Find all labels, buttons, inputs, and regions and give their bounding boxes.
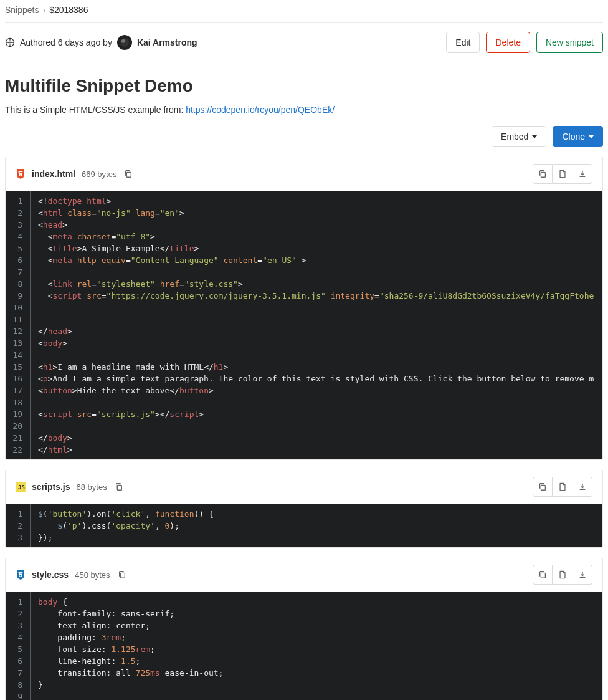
author-name[interactable]: Kai Armstrong bbox=[137, 37, 197, 47]
line-number[interactable]: 12 bbox=[9, 325, 24, 337]
line-number[interactable]: 2 bbox=[9, 608, 24, 620]
code-area[interactable]: 123456789body { font-family: sans-serif;… bbox=[6, 592, 602, 700]
file-header: index.html669 bytes bbox=[6, 156, 602, 191]
line-number[interactable]: 9 bbox=[9, 290, 24, 302]
line-number[interactable]: 14 bbox=[9, 349, 24, 361]
breadcrumb-root[interactable]: Snippets bbox=[5, 5, 39, 15]
new-snippet-button[interactable]: New snippet bbox=[536, 32, 603, 53]
line-number[interactable]: 22 bbox=[9, 444, 24, 456]
copy-contents-button[interactable] bbox=[533, 565, 553, 585]
file-header-left: index.html669 bytes bbox=[16, 168, 134, 180]
line-number[interactable]: 3 bbox=[9, 620, 24, 631]
line-number[interactable]: 1 bbox=[9, 596, 24, 608]
code-line: <!doctype html> bbox=[38, 195, 594, 207]
line-number[interactable]: 16 bbox=[9, 373, 24, 385]
snippet-description: This is a Simple HTML/CSS/JS example fro… bbox=[5, 105, 603, 115]
line-number[interactable]: 19 bbox=[9, 408, 24, 420]
line-number[interactable]: 3 bbox=[9, 219, 24, 231]
code-lines: $('button').on('click', function() { $('… bbox=[31, 504, 221, 547]
authored-info: Authored 6 days ago by Kai Armstrong bbox=[5, 35, 197, 50]
line-number[interactable]: 2 bbox=[9, 520, 24, 532]
line-number[interactable]: 5 bbox=[9, 242, 24, 254]
code-area[interactable]: 12345678910111213141516171819202122<!doc… bbox=[6, 191, 602, 459]
line-gutter: 123 bbox=[6, 504, 31, 547]
code-line: <head> bbox=[38, 219, 594, 231]
download-button[interactable] bbox=[572, 477, 592, 497]
line-number[interactable]: 8 bbox=[9, 679, 24, 691]
copy-contents-button[interactable] bbox=[533, 164, 553, 184]
file-list: index.html669 bytes123456789101112131415… bbox=[5, 156, 603, 700]
line-number[interactable]: 4 bbox=[9, 631, 24, 643]
file-name[interactable]: scripts.js bbox=[32, 482, 70, 492]
line-number[interactable]: 2 bbox=[9, 207, 24, 219]
code-line: } bbox=[38, 679, 223, 691]
line-number[interactable]: 17 bbox=[9, 385, 24, 396]
css-file-icon bbox=[16, 570, 26, 580]
line-number[interactable]: 20 bbox=[9, 420, 24, 432]
line-number[interactable]: 11 bbox=[9, 314, 24, 325]
line-number[interactable]: 13 bbox=[9, 337, 24, 349]
line-number[interactable]: 8 bbox=[9, 278, 24, 290]
file-bytes: 669 bytes bbox=[82, 170, 116, 179]
open-raw-button[interactable] bbox=[553, 565, 572, 585]
svg-rect-7 bbox=[120, 573, 125, 578]
line-number[interactable]: 15 bbox=[9, 361, 24, 373]
file-block: style.css450 bytes123456789body { font-f… bbox=[5, 557, 603, 700]
svg-rect-1 bbox=[127, 172, 131, 177]
code-line: line-height: 1.5; bbox=[38, 655, 223, 667]
code-line: <meta charset="utf-8"> bbox=[38, 231, 594, 242]
code-line: transition: all 725ms ease-in-out; bbox=[38, 667, 223, 679]
code-line: </head> bbox=[38, 325, 594, 337]
line-number[interactable]: 7 bbox=[9, 667, 24, 679]
copy-path-button[interactable] bbox=[116, 569, 128, 580]
download-button[interactable] bbox=[572, 164, 592, 184]
file-name[interactable]: index.html bbox=[32, 169, 75, 179]
edit-button[interactable]: Edit bbox=[446, 32, 480, 53]
line-number[interactable]: 3 bbox=[9, 532, 24, 544]
code-line bbox=[38, 691, 223, 700]
line-number[interactable]: 10 bbox=[9, 302, 24, 314]
file-name[interactable]: style.css bbox=[32, 570, 69, 580]
download-button[interactable] bbox=[572, 565, 592, 585]
line-number[interactable]: 18 bbox=[9, 396, 24, 408]
js-file-icon: JS bbox=[16, 482, 26, 492]
breadcrumb-separator: › bbox=[42, 5, 45, 15]
clone-toolbar: Embed Clone bbox=[5, 126, 603, 147]
line-number[interactable]: 9 bbox=[9, 691, 24, 700]
copy-path-button[interactable] bbox=[113, 481, 125, 492]
line-number[interactable]: 21 bbox=[9, 432, 24, 444]
avatar[interactable] bbox=[117, 35, 132, 50]
embed-button[interactable]: Embed bbox=[492, 126, 546, 147]
line-number[interactable]: 1 bbox=[9, 508, 24, 520]
line-number[interactable]: 6 bbox=[9, 655, 24, 667]
code-line bbox=[38, 302, 594, 314]
code-line: }); bbox=[38, 532, 214, 544]
svg-rect-8 bbox=[541, 573, 545, 578]
svg-rect-6 bbox=[541, 485, 545, 490]
line-number[interactable]: 1 bbox=[9, 195, 24, 207]
code-line: <link rel="stylesheet" href="style.css"> bbox=[38, 278, 594, 290]
copy-path-button[interactable] bbox=[123, 168, 134, 180]
line-number[interactable]: 5 bbox=[9, 643, 24, 655]
code-line: <h1>I am a headline made with HTML</h1> bbox=[38, 361, 594, 373]
code-lines: <!doctype html><html class="no-js" lang=… bbox=[31, 191, 601, 459]
svg-rect-5 bbox=[117, 485, 121, 490]
code-line: font-size: 1.125rem; bbox=[38, 643, 223, 655]
open-raw-button[interactable] bbox=[553, 477, 572, 497]
embed-label: Embed bbox=[501, 132, 528, 141]
code-line bbox=[38, 396, 594, 408]
code-line: <script src="scripts.js"></script> bbox=[38, 408, 594, 420]
code-line: <meta http-equiv="Content-Language" cont… bbox=[38, 254, 594, 266]
line-number[interactable]: 6 bbox=[9, 254, 24, 266]
line-number[interactable]: 7 bbox=[9, 266, 24, 278]
file-bytes: 450 bytes bbox=[75, 570, 110, 580]
copy-contents-button[interactable] bbox=[533, 477, 553, 497]
open-raw-button[interactable] bbox=[553, 164, 572, 184]
description-link[interactable]: https://codepen.io/rcyou/pen/QEObEk/ bbox=[186, 105, 335, 115]
code-line: <p>And I am a simple text paragraph. The… bbox=[38, 373, 594, 385]
code-area[interactable]: 123$('button').on('click', function() { … bbox=[6, 504, 602, 547]
delete-button[interactable]: Delete bbox=[486, 32, 530, 53]
file-header: style.css450 bytes bbox=[6, 557, 602, 592]
clone-button[interactable]: Clone bbox=[553, 126, 603, 147]
line-number[interactable]: 4 bbox=[9, 231, 24, 242]
